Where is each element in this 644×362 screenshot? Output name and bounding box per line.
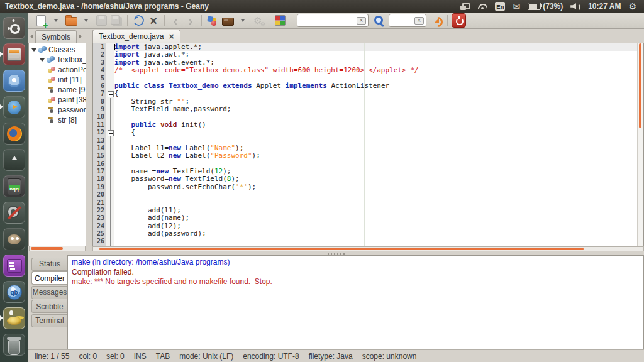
new-file-dropdown[interactable]	[49, 13, 63, 28]
launcher-item-geany[interactable]	[0, 307, 28, 334]
sidebar-tabs-scroll-right-icon[interactable]	[79, 34, 82, 39]
text-caret	[114, 44, 115, 50]
symbol-textbox-de[interactable]: Textbox_de	[29, 55, 86, 65]
tab-textbox-demo-java[interactable]: Textbox_demo.java ×	[92, 30, 180, 43]
new-file-icon	[36, 15, 46, 26]
code-editor[interactable]: 1234567891011121314151617181920212223242…	[92, 43, 644, 246]
launcher-item-system-tools[interactable]	[0, 202, 28, 228]
fold-cell	[106, 51, 114, 58]
launcher-item-gimp[interactable]	[0, 228, 28, 255]
mail-indicator[interactable]	[513, 1, 520, 12]
color-chooser-icon	[275, 15, 286, 26]
toolbar-separator	[291, 15, 291, 26]
launcher-item-notepadqq[interactable]: nqq	[0, 175, 28, 202]
symbol-str-8[interactable]: str [8]	[29, 115, 86, 125]
line-number: 6	[93, 82, 104, 90]
open-file-dropdown[interactable]	[79, 13, 93, 28]
line-number: 4	[93, 67, 104, 74]
compiler-message: Compilation failed.	[72, 268, 643, 278]
compile-button[interactable]	[206, 13, 219, 28]
tab-terminal[interactable]: Terminal	[31, 314, 67, 327]
screen: Textbox_demo.java - /home/ashu/Java prog…	[0, 0, 644, 362]
fold-margin	[106, 43, 114, 246]
clear-entry-icon[interactable]	[414, 17, 424, 25]
purple-terminal-icon	[3, 255, 25, 277]
launcher-item-firefox[interactable]	[0, 123, 28, 149]
fold-cell	[106, 43, 114, 51]
pane-splitter-vertical[interactable]	[86, 29, 92, 251]
symbol-paint-38[interactable]: paint [38	[29, 95, 86, 105]
running-arrow-icon	[0, 52, 3, 57]
line-number: 19	[93, 184, 104, 191]
launcher-item-ubuntu-dash[interactable]	[0, 17, 28, 43]
revert-button[interactable]	[131, 13, 145, 28]
battery-indicator[interactable]: (73%)	[528, 2, 563, 11]
clock-indicator[interactable]: 10:27 AM	[588, 2, 621, 11]
scrollbar-thumb[interactable]	[99, 248, 584, 250]
sidebar-tabs-scroll-left-icon[interactable]	[30, 34, 33, 39]
launcher-item-trash[interactable]	[0, 334, 28, 360]
chromium-icon	[3, 70, 25, 92]
new-file-button[interactable]	[34, 13, 48, 28]
fold-cell	[106, 160, 114, 168]
fold-cell	[106, 191, 114, 199]
fold-collapse-icon[interactable]	[108, 130, 114, 136]
save-button	[94, 13, 108, 28]
launcher-item-chromium[interactable]	[0, 70, 28, 96]
scrollbar-thumb[interactable]	[31, 247, 63, 250]
symbol-password[interactable]: password	[29, 105, 86, 115]
open-file-button[interactable]	[64, 13, 78, 28]
class-icon	[47, 56, 55, 63]
fold-cell	[106, 129, 114, 136]
close-file-button[interactable]	[147, 13, 160, 28]
expander-icon[interactable]	[40, 58, 45, 62]
quit-button[interactable]	[452, 13, 466, 28]
build-dropdown[interactable]	[236, 13, 250, 28]
displays-indicator[interactable]	[460, 3, 470, 10]
color-chooser-button[interactable]	[273, 13, 287, 28]
build-button[interactable]	[221, 13, 235, 28]
fold-collapse-icon[interactable]	[108, 91, 114, 97]
editor-vertical-scrollbar[interactable]	[637, 43, 643, 246]
launcher-item-file-manager[interactable]	[0, 43, 28, 70]
volume-indicator[interactable]	[570, 3, 580, 10]
scrollbar-thumb[interactable]	[639, 43, 641, 128]
expander-icon[interactable]	[31, 48, 36, 52]
tab-scribble[interactable]: Scribble	[31, 300, 67, 313]
launcher-item-bluebird-app[interactable]	[0, 96, 28, 123]
goto-line-input-wrap	[389, 14, 426, 27]
tab-compiler[interactable]: Compiler	[31, 272, 67, 285]
status-segment: encoding: UTF-8	[243, 352, 299, 361]
wifi-indicator[interactable]	[477, 3, 487, 10]
clear-entry-icon[interactable]	[357, 17, 366, 25]
tab-messages[interactable]: Messages	[31, 286, 67, 299]
symbol-actionper[interactable]: actionPer	[29, 65, 86, 75]
goto-jump-button[interactable]	[430, 13, 443, 28]
session-indicator[interactable]	[628, 1, 636, 12]
search-button[interactable]	[372, 13, 386, 28]
symbol-name-9[interactable]: name [9]	[29, 85, 86, 95]
fold-cell	[106, 82, 114, 90]
toolbar-separator	[201, 15, 202, 26]
sidebar: Symbols ClassesTextbox_deactionPerinit […	[28, 29, 86, 251]
code-line: Label l2=new Label("Password");	[114, 152, 638, 160]
symbol-classes[interactable]: Classes	[29, 45, 86, 55]
firefox-icon	[3, 123, 25, 145]
language-indicator[interactable]: En	[495, 2, 505, 11]
tab-close-icon[interactable]: ×	[169, 33, 174, 40]
symbol-init-11[interactable]: init [11]	[29, 75, 86, 85]
toolbar	[28, 13, 644, 29]
launcher-item-purple-terminal[interactable]	[0, 255, 28, 281]
launcher-item-inkscape[interactable]	[0, 149, 28, 175]
tab-status[interactable]: Status	[31, 258, 67, 271]
toolbar-separator	[127, 15, 128, 26]
goto-jump-icon	[431, 16, 442, 26]
editor-horizontal-scrollbar[interactable]	[92, 246, 644, 251]
launcher-item-qbittorrent[interactable]: qb	[0, 281, 28, 307]
tab-symbols[interactable]: Symbols	[35, 30, 77, 43]
fold-cell	[106, 67, 114, 74]
line-number: 5	[93, 75, 104, 82]
code-line: add(name);	[114, 214, 638, 222]
sidebar-horizontal-scrollbar[interactable]	[29, 246, 86, 251]
status-segment: INS	[134, 352, 147, 361]
